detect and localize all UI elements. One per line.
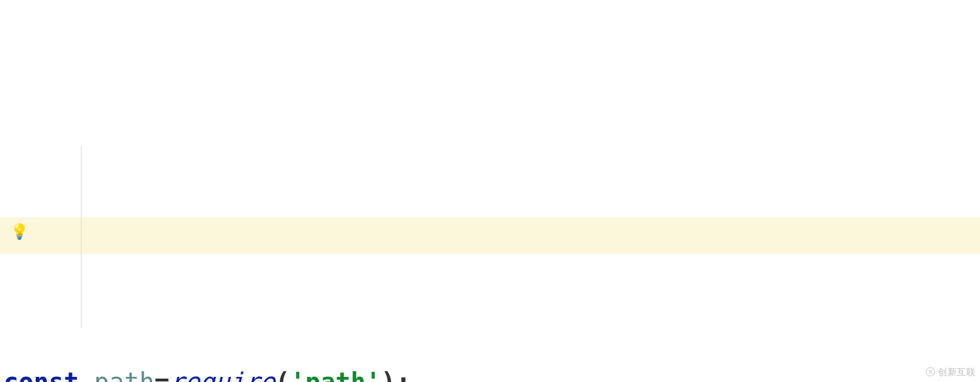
code-editor[interactable]: const path=require('path'); module.expor… xyxy=(0,327,980,382)
keyword-const: const xyxy=(3,367,79,382)
current-line-highlight xyxy=(0,217,980,254)
call-require: require xyxy=(169,367,275,382)
editor-gutter: 💡 xyxy=(0,0,34,382)
string-literal: 'path' xyxy=(290,367,381,382)
indent-guide xyxy=(81,146,81,328)
lightbulb-icon[interactable]: 💡 xyxy=(10,221,28,243)
code-line[interactable]: const path=require('path'); xyxy=(3,364,980,382)
identifier-path: path xyxy=(94,367,154,382)
